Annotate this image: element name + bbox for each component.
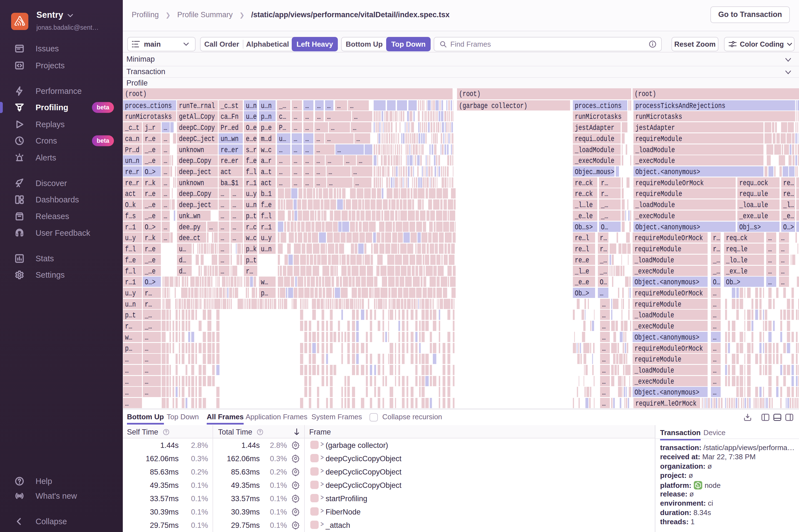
svg-text:un…wn: un…wn (221, 135, 239, 143)
svg-text:_…e: _…e (145, 157, 155, 165)
svg-text:…: … (279, 168, 282, 176)
svg-text:…: … (294, 102, 297, 110)
svg-text:unknown: unknown (179, 146, 204, 154)
svg-text:…: … (768, 234, 772, 242)
svg-text:_l…le: _l…le (575, 201, 593, 209)
svg-text:_loadModule: _loadModule (634, 256, 674, 265)
svg-text:f…l: f…l (261, 212, 272, 221)
svg-text:O…k: O…k (125, 201, 136, 209)
svg-text:r…e: r…e (145, 245, 155, 253)
svg-text:e…e: e…e (246, 135, 257, 143)
svg-text:r…: r… (246, 267, 253, 276)
svg-text:O…: O… (600, 278, 607, 287)
svg-text:_…e: _…e (145, 267, 155, 276)
svg-text:…: … (713, 366, 717, 375)
svg-text:requireModule: requireModule (634, 245, 681, 253)
svg-text:…: … (781, 234, 784, 242)
svg-text:r…: r… (600, 245, 607, 253)
svg-text:_execModule: _execModule (635, 157, 675, 165)
svg-text:p…k: p…k (246, 245, 257, 253)
svg-text:req…ck: req…ck (726, 234, 748, 242)
svg-text:Object.<anonymous>: Object.<anonymous> (634, 334, 699, 342)
svg-text:…: … (233, 212, 236, 221)
svg-text:un…n: un…n (125, 157, 140, 165)
svg-text:f…e: f…e (246, 157, 257, 165)
svg-text:requireModuleOrMock: requireModuleOrMock (634, 289, 703, 298)
svg-text:re…e: re…e (575, 256, 589, 265)
svg-text:deep…ject: deep…ject (179, 168, 211, 176)
svg-text:_execModule: _execModule (634, 322, 674, 331)
svg-text:(root): (root) (459, 90, 481, 98)
svg-text:…: … (768, 267, 772, 276)
svg-text:r…1: r…1 (125, 223, 136, 232)
svg-text:s…r: s…r (246, 146, 257, 154)
svg-text:unknown: unknown (179, 179, 204, 187)
svg-text:…: … (164, 168, 167, 176)
svg-text:…: … (233, 223, 236, 232)
svg-text:…: … (221, 267, 224, 276)
svg-text:u…y: u…y (261, 234, 272, 242)
svg-text:…: … (781, 256, 784, 265)
svg-text:…: … (145, 334, 148, 342)
svg-text:…: … (164, 135, 167, 143)
svg-text:…: … (164, 157, 167, 165)
svg-text:requireModuleOrMock: requireModuleOrMock (635, 179, 704, 187)
svg-text:…: … (221, 256, 224, 265)
svg-text:deep…Copy: deep…Copy (179, 190, 211, 198)
svg-text:…: … (602, 400, 606, 408)
svg-text:…: … (781, 245, 784, 253)
svg-text:…: … (600, 289, 603, 298)
svg-text:…: … (305, 157, 309, 165)
svg-text:…: … (221, 212, 224, 221)
svg-text:_…e: _…e (145, 212, 155, 221)
svg-text:u…y: u…y (125, 234, 136, 242)
svg-text:…: … (713, 378, 717, 386)
svg-text:deepC…ject: deepC…ject (179, 135, 215, 143)
svg-text:u…e: u…e (246, 113, 257, 121)
svg-text:…: … (602, 388, 606, 397)
svg-text:re…ck: re…ck (575, 179, 593, 187)
svg-text:…: … (294, 124, 297, 132)
svg-text:r…e: r…e (145, 135, 155, 143)
svg-text:r…e: r…e (145, 190, 155, 198)
svg-text:r…: r… (145, 300, 152, 309)
svg-text:…: … (768, 245, 772, 253)
svg-text:proces…ctions: proces…ctions (125, 102, 172, 110)
svg-text:…: … (305, 179, 309, 187)
svg-text:_l…: _l… (783, 201, 794, 209)
svg-text:…: … (327, 102, 331, 110)
svg-text:p…n: p…n (261, 113, 272, 121)
svg-text:runMicrotasks: runMicrotasks (125, 113, 172, 121)
svg-text:…: … (305, 102, 309, 110)
svg-text:…: … (353, 168, 357, 176)
svg-text:…: … (328, 157, 331, 165)
svg-text:_…: _… (145, 311, 152, 320)
svg-text:re…ck: re…ck (575, 190, 593, 198)
svg-text:deep…ject: deep…ject (179, 201, 211, 209)
svg-text:p…e: p…e (261, 124, 272, 132)
svg-text:requireModule: requireModule (634, 356, 681, 364)
svg-text:ca…Fn: ca…Fn (221, 113, 239, 121)
svg-text:…: … (602, 366, 606, 375)
svg-text:O…: O… (601, 223, 608, 232)
svg-text:b…1: b…1 (261, 190, 272, 198)
svg-text:Ob…>: Ob…> (575, 289, 589, 298)
svg-text:…: … (305, 124, 309, 132)
svg-text:…: … (125, 378, 129, 386)
svg-text:Objec…mous>: Objec…mous> (575, 168, 615, 176)
svg-text:f…e: f…e (125, 256, 136, 265)
svg-text:…: … (145, 378, 148, 386)
svg-text:_loadModule: _loadModule (634, 366, 674, 375)
svg-text:Object.<anonymous>: Object.<anonymous> (635, 223, 700, 232)
svg-text:p…t: p…t (246, 256, 257, 265)
svg-text:…: … (221, 245, 224, 253)
svg-text:…: … (279, 179, 282, 187)
svg-text:act: act (261, 179, 272, 187)
svg-text:_…e: _…e (145, 201, 155, 209)
svg-text:_execModule: _execModule (634, 267, 674, 276)
svg-text:p…: p… (125, 345, 132, 353)
svg-text:…: … (355, 179, 359, 187)
svg-text:c…: c… (279, 113, 286, 121)
svg-text:…: … (164, 146, 167, 154)
svg-text:processTicksAndRejections: processTicksAndRejections (635, 102, 725, 110)
